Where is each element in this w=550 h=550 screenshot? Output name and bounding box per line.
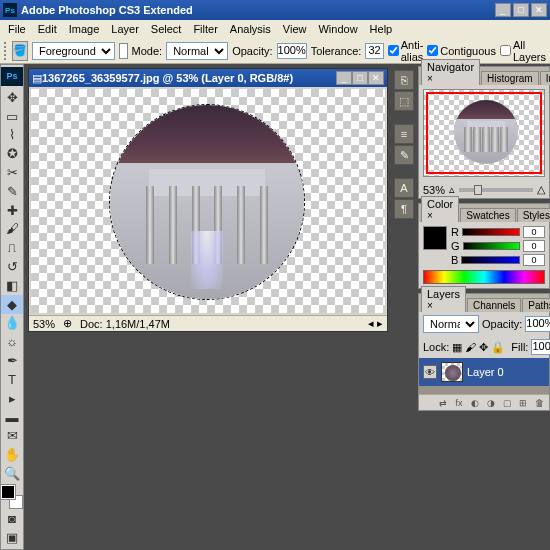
notes-tool[interactable]: ✉	[1, 426, 23, 445]
move-tool[interactable]: ✥	[1, 88, 23, 107]
tab-info[interactable]: Info	[540, 71, 550, 85]
color-swatch[interactable]	[423, 226, 447, 250]
clone-tool[interactable]: ⎍	[1, 238, 23, 257]
eyedropper-tool[interactable]: ✎	[1, 182, 23, 201]
quick-select-tool[interactable]: ✪	[1, 144, 23, 163]
hand-tool[interactable]: ✋	[1, 445, 23, 464]
color-swatches[interactable]	[1, 485, 23, 509]
menu-layer[interactable]: Layer	[105, 22, 145, 36]
menu-analysis[interactable]: Analysis	[224, 22, 277, 36]
shape-tool[interactable]: ▬	[1, 408, 23, 427]
close-button[interactable]: ✕	[531, 3, 547, 17]
tab-paths[interactable]: Paths	[522, 298, 550, 312]
layer-row[interactable]: 👁 Layer 0	[419, 358, 549, 386]
layer-fx-icon[interactable]: fx	[452, 397, 466, 409]
r-slider[interactable]	[462, 228, 520, 236]
visibility-toggle[interactable]: 👁	[423, 365, 437, 379]
lock-pos-icon[interactable]: ✥	[479, 341, 488, 354]
dock-btn-5[interactable]: A	[394, 178, 414, 198]
navigator-thumbnail[interactable]	[423, 89, 545, 177]
layer-thumbnail[interactable]	[441, 362, 463, 382]
doc-maximize-button[interactable]: □	[352, 71, 368, 85]
doc-close-button[interactable]: ✕	[368, 71, 384, 85]
document-canvas[interactable]	[31, 89, 385, 313]
zoom-display[interactable]: 53%	[33, 318, 55, 330]
tab-layers[interactable]: Layers ×	[421, 286, 466, 312]
paint-bucket-icon[interactable]: 🪣	[12, 41, 28, 61]
menu-view[interactable]: View	[277, 22, 313, 36]
lock-all-icon[interactable]: 🔒	[491, 341, 505, 354]
menu-select[interactable]: Select	[145, 22, 188, 36]
layer-fill-input[interactable]: 100%	[531, 339, 550, 355]
screen-mode-tool[interactable]: ▣	[1, 528, 23, 547]
healing-tool[interactable]: ✚	[1, 201, 23, 220]
nav-zoom-value[interactable]: 53%	[423, 184, 445, 196]
document-titlebar[interactable]: ▤ 1367265_36359577.jpg @ 53% (Layer 0, R…	[29, 69, 387, 87]
dodge-tool[interactable]: ☼	[1, 332, 23, 351]
layer-mask-icon[interactable]: ◐	[468, 397, 482, 409]
tab-navigator[interactable]: Navigator ×	[421, 59, 480, 85]
scroll-indicator[interactable]: ◂ ▸	[368, 317, 383, 330]
doc-size-display[interactable]: Doc: 1,16M/1,47M	[80, 318, 170, 330]
crop-tool[interactable]: ✂	[1, 163, 23, 182]
grip-icon[interactable]	[4, 42, 8, 60]
pattern-swatch[interactable]	[119, 43, 128, 59]
menu-file[interactable]: File	[2, 22, 32, 36]
link-layers-icon[interactable]: ⇄	[436, 397, 450, 409]
ps-logo-icon[interactable]: Ps	[1, 67, 23, 86]
tolerance-input[interactable]: 32	[365, 43, 383, 59]
zoom-out-icon[interactable]: ▵	[449, 183, 455, 196]
delete-layer-icon[interactable]: 🗑	[532, 397, 546, 409]
layer-name[interactable]: Layer 0	[467, 366, 504, 378]
new-group-icon[interactable]: ▢	[500, 397, 514, 409]
history-brush-tool[interactable]: ↺	[1, 257, 23, 276]
maximize-button[interactable]: □	[513, 3, 529, 17]
dock-btn-4[interactable]: ✎	[394, 145, 414, 165]
lasso-tool[interactable]: ⌇	[1, 125, 23, 144]
all-layers-checkbox[interactable]: All Layers	[500, 39, 546, 63]
r-input[interactable]: 0	[523, 226, 545, 238]
menu-edit[interactable]: Edit	[32, 22, 63, 36]
menu-window[interactable]: Window	[312, 22, 363, 36]
fill-source-select[interactable]: Foreground	[32, 42, 115, 60]
paint-bucket-tool[interactable]: ◆	[1, 295, 23, 314]
zoom-in-icon[interactable]: △	[537, 183, 545, 196]
g-input[interactable]: 0	[523, 240, 545, 252]
dock-btn-2[interactable]: ⬚	[394, 91, 414, 111]
doc-minimize-button[interactable]: _	[336, 71, 352, 85]
brush-tool[interactable]: 🖌	[1, 220, 23, 239]
layer-opacity-input[interactable]: 100%	[525, 316, 550, 332]
path-select-tool[interactable]: ▸	[1, 389, 23, 408]
lock-trans-icon[interactable]: ▦	[452, 341, 462, 354]
zoom-tool[interactable]: 🔍	[1, 464, 23, 483]
quick-mask-tool[interactable]: ◙	[1, 509, 23, 528]
dock-btn-1[interactable]: ⎘	[394, 70, 414, 90]
b-slider[interactable]	[461, 256, 520, 264]
dock-btn-3[interactable]: ≡	[394, 124, 414, 144]
new-layer-icon[interactable]: ⊞	[516, 397, 530, 409]
minimize-button[interactable]: _	[495, 3, 511, 17]
contiguous-checkbox[interactable]: Contiguous	[427, 45, 496, 57]
g-slider[interactable]	[463, 242, 520, 250]
zoom-slider[interactable]	[459, 188, 533, 192]
layer-blend-select[interactable]: Normal	[423, 315, 479, 333]
tab-swatches[interactable]: Swatches	[460, 208, 515, 222]
marquee-tool[interactable]: ▭	[1, 107, 23, 126]
b-input[interactable]: 0	[523, 254, 545, 266]
tab-styles[interactable]: Styles	[517, 208, 550, 222]
blur-tool[interactable]: 💧	[1, 314, 23, 333]
eraser-tool[interactable]: ◧	[1, 276, 23, 295]
tab-histogram[interactable]: Histogram	[481, 71, 539, 85]
tab-color[interactable]: Color ×	[421, 196, 459, 222]
dock-btn-6[interactable]: ¶	[394, 199, 414, 219]
status-icon[interactable]: ⊕	[63, 317, 72, 330]
antialias-checkbox[interactable]: Anti-alias	[388, 39, 424, 63]
menu-image[interactable]: Image	[63, 22, 106, 36]
type-tool[interactable]: T	[1, 370, 23, 389]
lock-pixels-icon[interactable]: 🖌	[465, 341, 476, 353]
menu-filter[interactable]: Filter	[187, 22, 223, 36]
viewport-box[interactable]	[426, 92, 542, 174]
tab-channels[interactable]: Channels	[467, 298, 521, 312]
menu-help[interactable]: Help	[364, 22, 399, 36]
adjustment-layer-icon[interactable]: ◑	[484, 397, 498, 409]
